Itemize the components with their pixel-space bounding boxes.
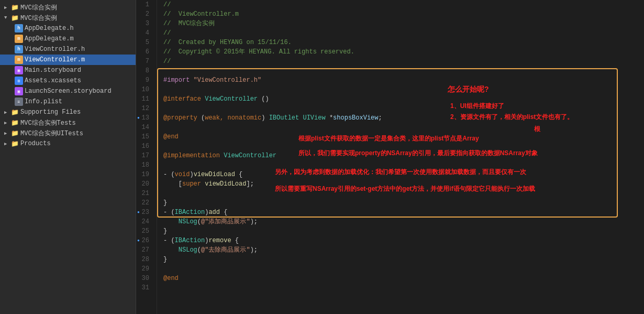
folder-icon: 📁 [10,129,19,137]
chevron-icon: ▼ [4,15,10,20]
line-number: 23 [136,208,152,217]
code-line-3: // MVC综合实例 [163,19,644,28]
code-line-25: } [163,226,644,236]
line-number: 28 [136,255,152,264]
annotation-text-3b: 根 [534,125,540,134]
line-number: 15 [136,132,152,142]
code-line-10 [163,85,644,94]
sidebar-item-products[interactable]: ▶ 📁 Products [0,138,136,149]
line-numbers: 1 2 3 4 5 6 7 8 9 10 11 12 13 14 15 16 1… [136,0,157,314]
xcassets-icon: ⊞ [15,77,23,85]
sidebar-label: AppDelegate.m [25,35,74,42]
line-number: 12 [136,104,152,113]
line-number: 18 [136,160,152,170]
line-number: 22 [136,198,152,208]
chevron-icon: ▶ [4,110,10,115]
folder-icon: 📁 [10,3,19,12]
code-line-8 [163,66,644,75]
line-number: 4 [136,28,152,38]
sidebar-label: MVC综合实例 [20,3,57,12]
sidebar-label: LaunchScreen.storyboard [25,88,112,95]
line-number: 2 [136,9,152,19]
folder-icon: 📁 [10,118,19,127]
m-file-icon: m [15,35,23,43]
folder-icon: 📁 [10,108,19,116]
sidebar-item-infoplist[interactable]: ≡ Info.plist [0,96,136,107]
sidebar-item-viewcontroller-m[interactable]: m ViewController.m [0,55,136,65]
code-line-4: // [163,28,644,38]
line-number: 14 [136,123,152,132]
sidebar-item-viewcontroller-h[interactable]: h ViewController.h [0,44,136,55]
code-area[interactable]: // // ViewController.m // MVC综合实例 // // … [157,0,644,293]
line-number: 26 [136,236,152,245]
line-number: 25 [136,226,152,236]
annotation-text-5: 所以，我们需要实现property的NSArray的引用，最后要指向获取的数据N… [298,149,538,158]
code-line-9: #import "ViewController.h" [163,75,644,85]
sidebar-item-mvc-root[interactable]: ▼ 📁 MVC综合实例 [0,13,136,23]
storyboard-icon: ▣ [15,66,23,74]
sidebar-item-mvc-uitests[interactable]: ▶ 📁 MVC综合实例UITests [0,128,136,138]
sidebar-label: MVC综合实例Tests [20,118,76,127]
chevron-icon: ▶ [4,5,10,10]
annotation-text-6: 另外，因为考虑到数据的加载优化：我们希望第一次使用数据就加载数据，而且要仅有一次 [275,168,526,177]
line-number: 19 [136,170,152,179]
line-number: 27 [136,245,152,255]
line-number: 29 [136,264,152,274]
line-number: 6 [136,47,152,57]
sidebar-label: MVC综合实例 [20,14,57,23]
sidebar-label: Info.plist [25,98,62,105]
code-line-1: // [163,0,644,9]
line-number: 3 [136,19,152,28]
code-line-14 [163,123,644,132]
sidebar-label: ViewController.m [25,56,85,63]
line-number: 1 [136,0,152,9]
code-line-24: NSLog(@"添加商品展示"); [163,217,644,226]
sidebar-item-main-storyboard[interactable]: ▣ Main.storyboard [0,65,136,75]
sidebar-label: ViewController.h [25,46,85,53]
line-number: 30 [136,274,152,283]
line-number: 11 [136,94,152,104]
m-file-icon: m [15,56,23,64]
line-number: 21 [136,189,152,198]
h-file-icon: h [15,24,23,33]
line-number: 8 [136,66,152,75]
code-line-23: - (IBAction)add { [163,208,644,217]
sidebar-label: Products [20,140,51,147]
annotation-text-3: 2、资源文件有了，相关的plist文件也有了。 [450,113,573,122]
code-line-28: } [163,255,644,264]
code-line-7: // [163,57,644,66]
sidebar-item-root-parent[interactable]: ▶ 📁 MVC综合实例 [0,2,136,13]
sidebar-label: Assets.xcassets [25,77,81,84]
sidebar-label: Supporting Files [20,109,81,116]
sidebar-label: MVC综合实例UITests [20,129,83,138]
chevron-icon: ▶ [4,141,10,147]
sidebar-item-assets[interactable]: ⊞ Assets.xcassets [0,75,136,86]
line-number: 20 [136,179,152,189]
line-number: 24 [136,217,152,226]
storyboard-icon: ▣ [15,87,23,95]
code-line-2: // ViewController.m [163,9,644,19]
code-line-29 [163,264,644,274]
code-container: 1 2 3 4 5 6 7 8 9 10 11 12 13 14 15 16 1… [136,0,644,314]
sidebar-item-launchscreen[interactable]: ▣ LaunchScreen.storyboard [0,86,136,96]
sidebar-item-supporting-files[interactable]: ▶ 📁 Supporting Files [0,107,136,117]
h-file-icon: h [15,45,23,53]
annotation-text-1: 怎么开始呢? [448,85,489,94]
code-line-22: } [163,198,644,208]
line-number: 9 [136,75,152,85]
sidebar-label: Main.storyboard [25,67,81,74]
sidebar-label: AppDelegate.h [25,25,74,32]
sidebar-item-appdelegate-m[interactable]: m AppDelegate.m [0,34,136,44]
line-number: 10 [136,85,152,94]
line-number: 7 [136,57,152,66]
code-editor[interactable]: 1 2 3 4 5 6 7 8 9 10 11 12 13 14 15 16 1… [136,0,644,314]
sidebar-item-mvc-tests[interactable]: ▶ 📁 MVC综合实例Tests [0,117,136,128]
sidebar-item-appdelegate-h[interactable]: h AppDelegate.h [0,23,136,34]
annotation-text-7: 所以需要重写NSArray引用的set-get方法中的get方法，并使用if语句… [275,185,535,193]
line-number: 5 [136,38,152,47]
code-line-11: @interface ViewController () [163,94,644,104]
code-line-27: NSLog(@"去除商品展示"); [163,245,644,255]
code-line-31 [163,283,644,293]
code-line-5: // Created by HEYANG on 15/11/16. [163,38,644,47]
folder-icon: 📁 [10,139,19,148]
